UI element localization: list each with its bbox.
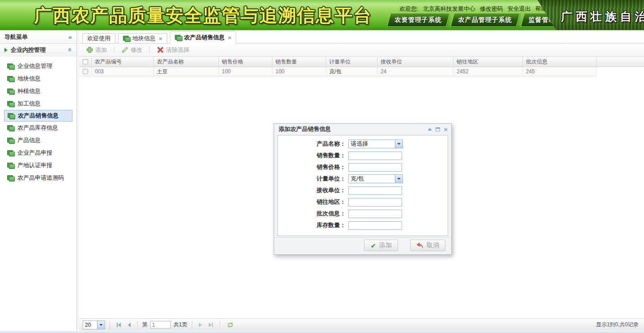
column-header-receiver[interactable]: 接收单位 — [377, 57, 453, 67]
pagination-bar: 20 第 共1页 — [79, 318, 644, 331]
dialog-cancel-label: 取消 — [427, 241, 439, 249]
folder-icon — [7, 63, 14, 69]
cell-name: 土豆 — [154, 67, 219, 76]
folder-icon — [7, 175, 14, 181]
cell-qty: 100 — [272, 67, 326, 76]
sales-qty-input[interactable] — [348, 152, 402, 160]
folder-icon — [7, 150, 14, 156]
window-bottom-edge — [0, 331, 644, 333]
form-row-unit: 计量单位： 克/包 — [278, 174, 448, 183]
tab-close-icon[interactable]: × — [228, 35, 232, 41]
prev-page-button[interactable] — [126, 322, 133, 328]
row-select-cell — [79, 67, 92, 76]
last-page-button[interactable] — [207, 322, 215, 328]
page-number-input[interactable] — [150, 321, 171, 329]
unit-select[interactable]: 克/包 — [348, 174, 403, 183]
next-page-button[interactable] — [197, 322, 204, 328]
nav-button-agri-supplies[interactable]: 农资管理子系统 — [387, 13, 450, 27]
column-header-name[interactable]: 农产品名称 — [154, 57, 219, 67]
refresh-button[interactable] — [225, 320, 236, 329]
sidebar-item-trace-code-apply[interactable]: 农产品申请追溯码 — [0, 172, 76, 184]
dialog-titlebar[interactable]: 添加农产品销售信息 × — [274, 124, 451, 135]
pager-separator — [220, 321, 220, 329]
collapse-icon[interactable] — [428, 128, 432, 131]
sidebar-item-planting-info[interactable]: 种植信息 — [0, 85, 76, 97]
clear-selection-button[interactable]: 清除选择 — [154, 45, 192, 55]
add-button-label: 添加 — [95, 46, 107, 54]
tab-label: 地块信息 — [132, 34, 156, 42]
sidebar-item-product-sales-info[interactable]: 农产品销售信息 — [4, 110, 72, 122]
column-header-code[interactable]: 农产品编号 — [92, 57, 154, 67]
column-header-filler — [597, 57, 644, 67]
column-header-price[interactable]: 销售价格 — [219, 57, 272, 67]
sidebar-section-header[interactable]: 企业内控管理 « — [0, 44, 76, 56]
first-page-button[interactable] — [114, 322, 123, 328]
stock-qty-input[interactable] — [348, 221, 402, 230]
logout-link[interactable]: 安全退出 — [508, 5, 531, 13]
field-label: 库存数量： — [278, 221, 348, 229]
table-row[interactable]: 003 土豆 100 100 克/包 24 2452 245 — [79, 67, 597, 76]
row-checkbox[interactable] — [83, 69, 88, 74]
sales-region-input[interactable] — [348, 198, 402, 207]
welcome-bar: 欢迎您: 北京高科技发展中心 修改密码 安全退出 帮助 — [399, 5, 547, 13]
sidebar-item-label: 产品信息 — [17, 136, 41, 144]
form-row-sales-price: 销售价格： — [278, 163, 448, 172]
pager-separator — [137, 321, 138, 329]
folder-icon — [7, 163, 14, 169]
tab-label: 农产品销售信息 — [184, 34, 225, 42]
sidebar-item-label: 产地认证申报 — [17, 161, 52, 169]
section-collapse-icon[interactable]: « — [67, 48, 73, 51]
nav-button-agri-products[interactable]: 农产品管理子系统 — [450, 13, 520, 27]
form-row-receiver: 接收单位： — [278, 186, 448, 195]
tab-welcome[interactable]: 欢迎使用 — [82, 33, 115, 43]
maximize-icon[interactable] — [436, 127, 440, 131]
sidebar-item-label: 加工信息 — [17, 100, 41, 108]
toolbar-separator — [114, 46, 114, 54]
column-header-batch[interactable]: 批次信息 — [523, 57, 597, 67]
cell-batch: 245 — [523, 67, 597, 76]
select-all-checkbox[interactable] — [83, 59, 88, 64]
sidebar-item-label: 企业产品申报 — [17, 149, 52, 157]
tab-plot-info[interactable]: 地块信息 × — [118, 33, 167, 43]
page-prefix-label: 第 — [142, 321, 148, 329]
sidebar-item-product-stock-info[interactable]: 农产品库存信息 — [0, 122, 76, 134]
product-name-select[interactable]: 请选择 — [348, 139, 403, 148]
select-value: 克/包 — [349, 175, 364, 183]
select-value: 请选择 — [349, 140, 368, 148]
sidebar-title: 导航菜单 — [4, 33, 28, 41]
field-label: 计量单位： — [278, 175, 348, 183]
column-header-region[interactable]: 销往地区 — [453, 57, 523, 67]
tab-close-icon[interactable]: × — [159, 36, 162, 42]
column-header-qty[interactable]: 销售数量 — [272, 57, 326, 67]
change-password-link[interactable]: 修改密码 — [480, 5, 503, 13]
sales-price-input[interactable] — [348, 163, 402, 172]
sidebar-item-plot-info[interactable]: 地块信息 — [0, 72, 76, 85]
app-header: 广西农产品质量安全监管与追溯信息平台 欢迎您: 北京高科技发展中心 修改密码 安… — [0, 0, 644, 30]
dialog-cancel-button[interactable]: 取消 — [410, 240, 445, 251]
record-summary: 显示1到0,共0记录 — [596, 321, 640, 329]
tab-strip: 欢迎使用 地块信息 × 农产品销售信息 × — [79, 30, 644, 43]
sidebar-item-product-info[interactable]: 产品信息 — [0, 134, 76, 147]
sidebar-collapse-icon[interactable]: « — [68, 34, 72, 40]
sidebar-item-enterprise-product-declare[interactable]: 企业产品申报 — [0, 147, 76, 159]
grid-header: 农产品编号 农产品名称 销售价格 销售数量 计量单位 接收单位 销往地区 批次信… — [79, 57, 644, 67]
region-label: 广西壮族自治区 — [561, 9, 644, 25]
undo-arrow-icon — [416, 242, 424, 249]
sidebar-item-enterprise-info[interactable]: 企业信息管理 — [0, 60, 76, 72]
folder-icon — [7, 76, 14, 82]
section-arrow-icon — [4, 48, 8, 52]
sidebar-item-origin-cert-declare[interactable]: 产地认证申报 — [0, 159, 76, 172]
close-icon[interactable]: × — [444, 126, 448, 133]
tab-label: 欢迎使用 — [87, 34, 110, 42]
page-size-select[interactable]: 20 — [83, 320, 105, 329]
column-header-unit[interactable]: 计量单位 — [326, 57, 377, 67]
edit-button[interactable]: 修改 — [119, 45, 145, 55]
field-label: 销售数量： — [278, 152, 348, 160]
dialog-add-button[interactable]: ✔ 添加 — [364, 240, 398, 251]
sidebar-item-processing-info[interactable]: 加工信息 — [0, 97, 76, 110]
batch-info-input[interactable] — [348, 210, 402, 218]
folder-icon — [7, 138, 14, 143]
add-button[interactable]: 添加 — [84, 45, 110, 55]
receiver-input[interactable] — [348, 186, 402, 195]
tab-product-sales-info[interactable]: 农产品销售信息 × — [170, 31, 237, 43]
